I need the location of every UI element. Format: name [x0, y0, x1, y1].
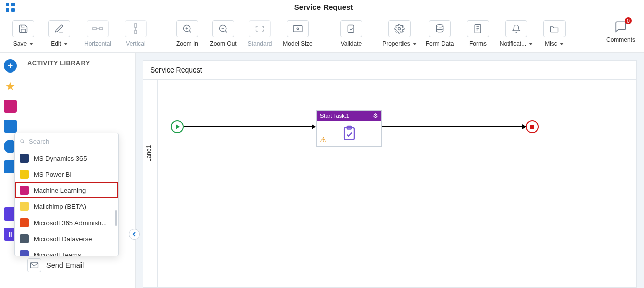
popover-item[interactable]: MS Power BI: [15, 166, 118, 182]
svg-rect-30: [31, 263, 38, 268]
popover-item-label: MS Dynamics 365: [34, 155, 87, 162]
svg-rect-2: [6, 8, 9, 12]
app-logo-icon[interactable]: [3, 0, 17, 14]
popover-item[interactable]: Microsoft Dataverse: [15, 231, 118, 247]
popover-item[interactable]: Microsoft Teams: [15, 247, 118, 256]
panel-title: ACTIVITY LIBRARY: [20, 59, 135, 71]
warning-icon: ⚠: [320, 136, 327, 144]
model-size-button[interactable]: Model Size: [278, 20, 318, 47]
provider-icon: [20, 218, 29, 227]
rail-add-icon[interactable]: +: [4, 59, 17, 73]
vertical-button[interactable]: Vertical: [118, 20, 154, 47]
comments-badge: 0: [625, 17, 632, 24]
svg-rect-3: [11, 8, 15, 12]
start-node[interactable]: [171, 120, 184, 133]
popover-item-label: MS Power BI: [34, 171, 72, 178]
form-data-button[interactable]: Form Data: [420, 20, 460, 47]
svg-rect-22: [475, 25, 481, 33]
standard-zoom-button[interactable]: Standard: [242, 20, 278, 47]
svg-rect-7: [135, 24, 137, 27]
svg-point-18: [297, 28, 299, 30]
provider-icon: [20, 186, 29, 195]
svg-line-15: [225, 31, 227, 32]
edge-1: [184, 126, 315, 127]
page-title: Service Request: [17, 3, 630, 11]
popover-item-label: Microsoft Teams: [34, 251, 81, 256]
task-node[interactable]: Start Task.1 ⚙ ⚠: [316, 110, 382, 147]
popover-item-label: Mailchimp (BETA): [34, 203, 86, 210]
validate-button[interactable]: Validate: [333, 20, 369, 47]
rail-item-1[interactable]: [4, 100, 17, 113]
provider-icon: [20, 154, 29, 163]
svg-rect-0: [6, 3, 9, 6]
provider-icon: [20, 170, 29, 179]
svg-rect-4: [93, 28, 96, 30]
popover-item[interactable]: Machine Learning: [15, 182, 118, 198]
popover-item[interactable]: MS Dynamics 365: [15, 150, 118, 166]
svg-line-32: [23, 142, 24, 143]
end-node[interactable]: [526, 120, 539, 133]
sidebar-item-send-email[interactable]: Send Email: [20, 254, 135, 276]
mail-icon: [27, 258, 41, 272]
svg-rect-1: [11, 3, 15, 6]
activity-provider-popover: MS Dynamics 365MS Power BIMachine Learni…: [14, 133, 119, 256]
search-input[interactable]: [29, 138, 113, 146]
misc-button[interactable]: Misc: [536, 20, 573, 47]
popover-item[interactable]: Mailchimp (BETA): [15, 198, 118, 214]
scrollbar-thumb[interactable]: [115, 210, 117, 226]
lane-bottom: [157, 177, 636, 177]
provider-icon: [20, 234, 29, 243]
zoom-out-button[interactable]: Zoom Out: [205, 20, 242, 47]
provider-icon: [20, 250, 29, 256]
popover-item-label: Microsoft 365 Administr...: [34, 219, 107, 227]
lane-label: Lane1: [145, 145, 152, 162]
svg-rect-17: [293, 26, 302, 32]
save-button[interactable]: Save: [5, 20, 41, 47]
horizontal-button[interactable]: Horizontal: [77, 20, 118, 47]
comments-button[interactable]: 0 Comments: [603, 20, 639, 43]
svg-rect-19: [348, 25, 354, 33]
svg-point-31: [21, 140, 24, 143]
svg-rect-8: [135, 30, 137, 34]
forms-button[interactable]: Forms: [460, 20, 496, 47]
toolbar: Save Edit Horizontal Vertical Zoom In Zo…: [0, 14, 644, 53]
rail-star-icon[interactable]: ★: [4, 80, 17, 93]
zoom-in-button[interactable]: Zoom In: [169, 20, 205, 47]
svg-point-21: [436, 25, 443, 27]
popover-item-label: Machine Learning: [34, 187, 86, 194]
clipboard-check-icon: [341, 125, 358, 142]
lane-divider: [157, 79, 158, 287]
rail-item-2[interactable]: [4, 120, 17, 133]
popover-item[interactable]: Microsoft 365 Administr...: [15, 214, 118, 231]
edit-button[interactable]: Edit: [41, 20, 77, 47]
task-title: Start Task.1: [320, 113, 349, 119]
svg-point-20: [398, 28, 401, 30]
svg-line-11: [189, 31, 191, 32]
search-icon: [20, 137, 25, 146]
canvas-title: Service Request: [143, 61, 636, 80]
provider-icon: [20, 202, 29, 211]
gear-icon[interactable]: ⚙: [373, 112, 378, 119]
notifications-button[interactable]: Notificat...: [496, 20, 536, 47]
collapse-panel-button[interactable]: [129, 229, 140, 240]
popover-item-label: Microsoft Dataverse: [34, 235, 92, 243]
process-canvas[interactable]: Service Request Lane1 Start Task.1 ⚙ ⚠: [143, 60, 637, 288]
svg-rect-5: [99, 28, 103, 30]
edge-2: [382, 126, 526, 127]
properties-button[interactable]: Properties: [379, 20, 420, 47]
